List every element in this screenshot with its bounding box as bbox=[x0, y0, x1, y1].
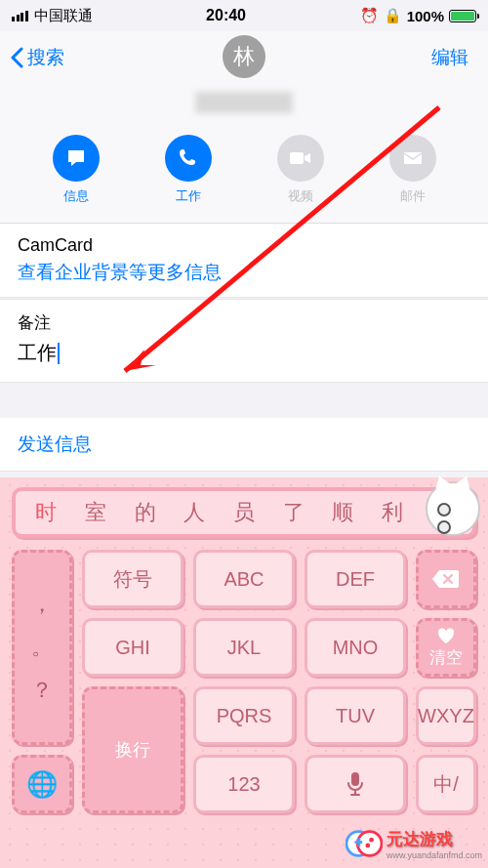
candidate-7[interactable]: 利 bbox=[368, 498, 418, 527]
video-icon bbox=[277, 135, 324, 182]
battery-icon bbox=[449, 10, 476, 22]
candidate-1[interactable]: 室 bbox=[71, 498, 121, 527]
punct-question[interactable]: ？ bbox=[31, 676, 53, 705]
candidate-6[interactable]: 顺 bbox=[318, 498, 368, 527]
carrier-label: 中国联通 bbox=[34, 7, 93, 25]
contact-name-redacted bbox=[195, 92, 293, 113]
key-abc[interactable]: ABC bbox=[193, 550, 295, 608]
microphone-icon bbox=[346, 771, 364, 797]
keyboard: 时 室 的 人 员 了 顺 利 中 ， 。 ？ 符号 ABC DEF GHI J… bbox=[0, 477, 488, 868]
camcard-section[interactable]: CamCard 查看企业背景等更多信息 bbox=[0, 224, 488, 298]
call-label: 工作 bbox=[176, 187, 201, 205]
alarm-icon: ⏰ bbox=[360, 7, 379, 24]
candidate-5[interactable]: 了 bbox=[268, 498, 318, 527]
clear-key[interactable]: 清空 bbox=[416, 618, 476, 677]
key-def[interactable]: DEF bbox=[305, 550, 406, 608]
status-right: ⏰ 🔒 100% bbox=[360, 7, 476, 24]
action-row: 信息 工作 视频 邮件 bbox=[0, 131, 488, 224]
edit-button[interactable]: 编辑 bbox=[431, 45, 468, 70]
key-mno[interactable]: MNO bbox=[305, 618, 406, 677]
status-time: 20:40 bbox=[93, 7, 360, 24]
watermark-url: www.yuandafanfmd.com bbox=[386, 850, 482, 860]
video-button[interactable]: 视频 bbox=[277, 135, 324, 205]
phone-icon bbox=[165, 135, 212, 182]
back-button[interactable]: 搜索 bbox=[10, 45, 64, 70]
punctuation-sidebar[interactable]: ， 。 ？ bbox=[12, 550, 72, 745]
svg-rect-8 bbox=[357, 838, 360, 847]
battery-percent: 100% bbox=[407, 8, 444, 24]
backspace-key[interactable] bbox=[416, 550, 476, 608]
key-ghi[interactable]: GHI bbox=[82, 618, 183, 677]
cat-mascot-icon[interactable] bbox=[426, 481, 480, 536]
svg-point-10 bbox=[365, 844, 370, 848]
lock-icon: 🔒 bbox=[384, 7, 402, 24]
notes-label: 备注 bbox=[18, 311, 470, 334]
avatar-initial: 林 bbox=[233, 42, 255, 71]
watermark-logo-icon bbox=[346, 825, 383, 862]
call-button[interactable]: 工作 bbox=[165, 135, 212, 205]
chevron-left-icon bbox=[10, 47, 23, 68]
watermark-text: 元达游戏 bbox=[386, 830, 453, 848]
watermark: 元达游戏 www.yuandafanfmd.com bbox=[346, 825, 482, 862]
contact-name-area bbox=[0, 84, 488, 131]
globe-key[interactable]: 🌐 bbox=[12, 755, 72, 813]
send-message-button[interactable]: 发送信息 bbox=[0, 418, 488, 472]
key-symbols[interactable]: 符号 bbox=[82, 550, 183, 608]
message-icon bbox=[53, 135, 100, 182]
notes-input-wrapper[interactable]: 工作 bbox=[18, 340, 470, 366]
key-grid: ， 。 ？ 符号 ABC DEF GHI JKL MNO 清空 PQRS TUV… bbox=[0, 546, 488, 813]
mail-icon bbox=[389, 135, 436, 182]
nav-bar: 搜索 林 编辑 bbox=[0, 31, 488, 84]
punct-comma[interactable]: ， bbox=[31, 590, 53, 619]
signal-icon bbox=[12, 11, 28, 21]
svg-point-9 bbox=[369, 838, 374, 843]
key-pqrs[interactable]: PQRS bbox=[193, 686, 295, 745]
status-left: 中国联通 bbox=[12, 7, 93, 25]
camcard-title: CamCard bbox=[18, 235, 470, 256]
globe-icon: 🌐 bbox=[26, 769, 58, 800]
backspace-icon bbox=[431, 568, 461, 590]
heart-icon bbox=[436, 627, 456, 644]
back-label: 搜索 bbox=[27, 45, 64, 70]
mail-button[interactable]: 邮件 bbox=[389, 135, 436, 205]
notes-input[interactable]: 工作 bbox=[18, 340, 57, 366]
status-bar: 中国联通 20:40 ⏰ 🔒 100% bbox=[0, 0, 488, 31]
key-123[interactable]: 123 bbox=[193, 755, 295, 813]
camcard-link: 查看企业背景等更多信息 bbox=[18, 260, 470, 285]
notes-section: 备注 工作 bbox=[0, 299, 488, 383]
message-label: 信息 bbox=[63, 187, 89, 205]
candidate-4[interactable]: 员 bbox=[220, 498, 269, 527]
clear-label: 清空 bbox=[429, 646, 463, 669]
svg-rect-1 bbox=[404, 152, 422, 164]
candidate-0[interactable]: 时 bbox=[21, 498, 71, 527]
svg-rect-4 bbox=[351, 772, 359, 786]
key-wxyz[interactable]: WXYZ bbox=[416, 686, 476, 745]
key-tuv[interactable]: TUV bbox=[305, 686, 406, 745]
mail-label: 邮件 bbox=[400, 187, 426, 205]
message-button[interactable]: 信息 bbox=[53, 135, 100, 205]
key-jkl[interactable]: JKL bbox=[193, 618, 295, 677]
candidate-bar: 时 室 的 人 员 了 顺 利 中 bbox=[12, 487, 476, 538]
video-label: 视频 bbox=[288, 187, 313, 205]
contact-avatar[interactable]: 林 bbox=[223, 35, 265, 78]
punct-period[interactable]: 。 bbox=[31, 633, 53, 662]
key-lang-switch[interactable]: 中/ bbox=[416, 755, 476, 813]
candidate-3[interactable]: 人 bbox=[170, 498, 220, 527]
svg-rect-0 bbox=[290, 152, 304, 164]
candidate-2[interactable]: 的 bbox=[120, 498, 170, 527]
enter-key[interactable]: 换行 bbox=[82, 686, 183, 813]
key-voice[interactable] bbox=[305, 755, 406, 813]
enter-label: 换行 bbox=[115, 738, 150, 762]
text-cursor bbox=[58, 343, 60, 364]
